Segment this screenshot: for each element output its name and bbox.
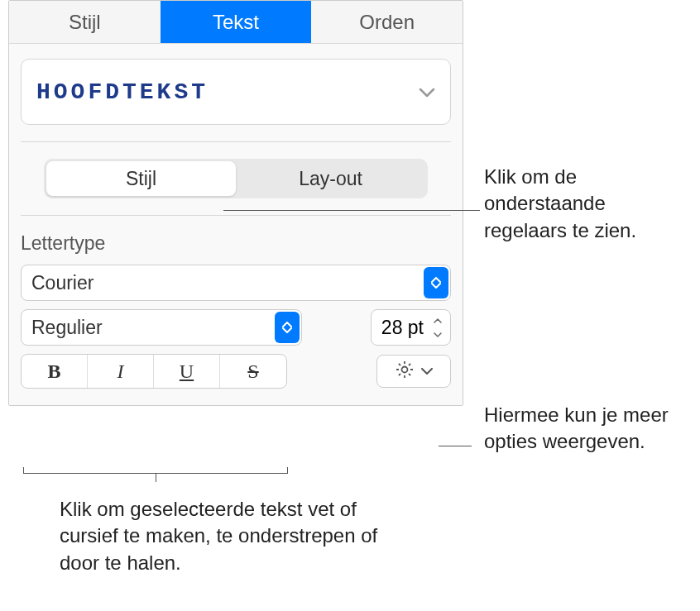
divider xyxy=(21,141,451,142)
callout-leader xyxy=(439,446,472,446)
callout-style-tab: Klik om de onderstaande regelaars te zie… xyxy=(484,164,691,244)
tab-arrange-label: Orden xyxy=(359,11,415,34)
divider xyxy=(21,215,451,216)
svg-point-0 xyxy=(402,367,408,373)
italic-icon: I xyxy=(117,360,124,383)
underline-icon: U xyxy=(180,360,194,383)
panel-body: HOOFDTEKST Stijl Lay-out Lettertype Cour… xyxy=(9,44,463,405)
underline-button[interactable]: U xyxy=(154,355,220,388)
paragraph-style-dropdown[interactable]: HOOFDTEKST xyxy=(21,59,451,125)
stepper-up[interactable] xyxy=(429,314,447,327)
tab-text-label: Tekst xyxy=(213,11,259,34)
format-panel: Stijl Tekst Orden HOOFDTEKST Stijl Lay-o… xyxy=(8,0,463,406)
segmented-layout-label: Lay-out xyxy=(299,168,362,190)
italic-button[interactable]: I xyxy=(88,355,154,388)
tab-style[interactable]: Stijl xyxy=(9,1,161,43)
gear-icon xyxy=(395,360,415,383)
callout-gear: Hiermee kun je meer opties weergeven. xyxy=(484,402,691,456)
updown-arrows-icon xyxy=(424,267,448,298)
tab-arrange[interactable]: Orden xyxy=(311,1,463,43)
font-family-select[interactable]: Courier xyxy=(21,265,451,301)
top-tabs: Stijl Tekst Orden xyxy=(9,1,463,44)
paragraph-style-value: HOOFDTEKST xyxy=(36,79,209,105)
segmented-style-label: Stijl xyxy=(126,168,156,190)
style-layout-segmented: Stijl Lay-out xyxy=(44,159,428,198)
bold-icon: B xyxy=(47,360,60,383)
strikethrough-icon: S xyxy=(247,360,258,383)
font-family-value: Courier xyxy=(31,272,93,294)
chevron-down-icon xyxy=(421,364,433,379)
callout-format: Klik om geselecteerde tekst vet of cursi… xyxy=(60,496,407,576)
text-format-group: B I U S xyxy=(21,354,287,389)
callout-bracket xyxy=(23,473,288,474)
bold-button[interactable]: B xyxy=(22,355,88,388)
segmented-layout[interactable]: Lay-out xyxy=(236,161,425,196)
font-weight-value: Regulier xyxy=(31,317,103,339)
tab-text[interactable]: Tekst xyxy=(161,1,312,43)
font-size-stepper[interactable]: 28 pt xyxy=(371,309,451,346)
chevron-down-icon xyxy=(419,81,435,103)
advanced-options-button[interactable] xyxy=(376,355,451,388)
font-section-label: Lettertype xyxy=(21,232,451,255)
stepper-arrows xyxy=(429,314,447,341)
segmented-style[interactable]: Stijl xyxy=(46,161,236,196)
font-size-value: 28 pt xyxy=(381,317,424,339)
stepper-down[interactable] xyxy=(429,328,447,341)
strikethrough-button[interactable]: S xyxy=(220,355,286,388)
font-weight-select[interactable]: Regulier xyxy=(21,309,302,346)
callout-leader xyxy=(223,210,480,211)
updown-arrows-icon xyxy=(275,312,300,343)
tab-style-label: Stijl xyxy=(69,11,101,34)
